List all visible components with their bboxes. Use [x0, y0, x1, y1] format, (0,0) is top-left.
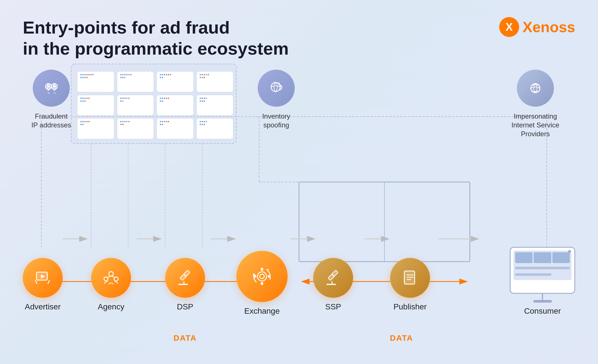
- server-card: [196, 118, 234, 139]
- publisher-node: Publisher: [390, 258, 430, 311]
- isp-icon: [517, 70, 554, 107]
- server-card: [77, 118, 114, 139]
- server-card: [77, 71, 114, 92]
- advertiser-node: Advertiser: [23, 258, 63, 311]
- advertiser-icon: [23, 258, 63, 298]
- exchange-label: Exchange: [244, 307, 280, 316]
- data-label-left: DATA: [173, 334, 197, 343]
- svg-line-42: [108, 276, 111, 277]
- publisher-label: Publisher: [394, 302, 427, 311]
- inventory-spoofing-icon: [258, 70, 295, 107]
- xenoss-logo-icon: X: [499, 17, 519, 37]
- page-title: Entry-points for ad fraud in the program…: [23, 17, 289, 59]
- agency-icon: [91, 258, 131, 298]
- fraud-ip-icon: [33, 70, 70, 107]
- server-card: [117, 118, 154, 139]
- ssp-icon: [313, 258, 353, 298]
- logo: X Xenoss: [499, 17, 575, 37]
- data-label-right-container: DATA: [330, 334, 473, 343]
- logo-text: Xenoss: [523, 18, 575, 36]
- server-card: [157, 118, 194, 139]
- dsp-node: DSP: [165, 258, 205, 311]
- exchange-node: Exchange: [236, 251, 288, 316]
- ssp-label: SSP: [325, 302, 341, 311]
- server-card: [117, 95, 154, 116]
- data-label-left-container: DATA: [85, 334, 285, 343]
- svg-line-31: [54, 92, 56, 94]
- server-grid: // Rendered directly via HTML below: [73, 67, 238, 144]
- server-card: [157, 95, 194, 116]
- server-card: [157, 71, 194, 92]
- isp-section: Impersonating Internet Service Providers: [495, 70, 575, 138]
- svg-marker-54: [266, 269, 269, 271]
- svg-marker-55: [252, 274, 256, 275]
- publisher-icon: [390, 258, 430, 298]
- svg-line-38: [48, 280, 50, 284]
- inventory-spoofing-label: Inventory spoofing: [262, 112, 290, 129]
- svg-rect-51: [261, 282, 263, 285]
- svg-point-48: [257, 272, 267, 281]
- server-card: [196, 71, 234, 92]
- isp-label: Impersonating Internet Service Providers: [511, 112, 559, 138]
- server-card: [117, 71, 154, 92]
- svg-rect-50: [261, 268, 263, 271]
- fraud-ip-label: Fraudulent IP addresses: [31, 112, 71, 129]
- agency-label: Agency: [98, 302, 124, 311]
- server-card: [196, 95, 234, 116]
- svg-line-43: [111, 276, 114, 277]
- dsp-label: DSP: [177, 302, 193, 311]
- svg-text:X: X: [505, 21, 513, 33]
- data-label-right: DATA: [390, 334, 413, 343]
- agency-node: Agency: [91, 258, 131, 311]
- svg-point-39: [109, 272, 113, 276]
- advertiser-label: Advertiser: [25, 302, 61, 311]
- server-card: [77, 95, 114, 116]
- svg-rect-12: [299, 182, 470, 262]
- svg-point-41: [114, 277, 118, 281]
- ssp-node: SSP: [313, 258, 353, 311]
- svg-rect-57: [328, 274, 334, 280]
- svg-point-40: [104, 277, 108, 281]
- exchange-icon: [236, 251, 288, 302]
- svg-line-30: [48, 92, 50, 94]
- fraud-ip-section: Fraudulent IP addresses: [23, 70, 80, 129]
- svg-rect-45: [180, 274, 186, 280]
- consumer-label: Consumer: [524, 307, 561, 316]
- svg-line-37: [35, 280, 37, 284]
- svg-point-49: [260, 274, 264, 279]
- consumer-node: Consumer: [510, 247, 575, 316]
- consumer-device: [510, 247, 575, 294]
- dsp-icon: [165, 258, 205, 298]
- inventory-spoofing-section: Inventory spoofing: [248, 70, 305, 129]
